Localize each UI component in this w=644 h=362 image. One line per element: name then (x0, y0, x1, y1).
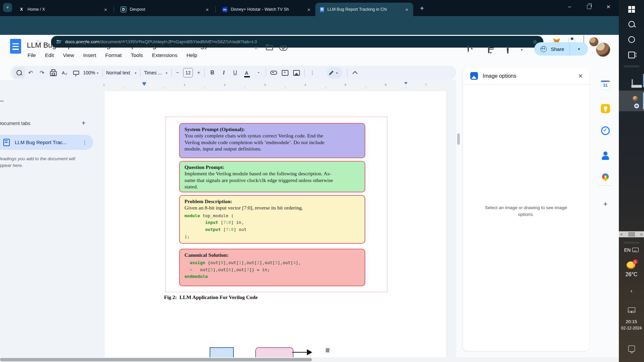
clock-time[interactable]: 20:15 (619, 319, 644, 324)
taskbar-chrome-button[interactable] (619, 90, 644, 111)
next-figure-arrow-line (292, 352, 308, 353)
undo-icon[interactable]: ↶ (25, 67, 36, 78)
language-indicator[interactable]: EN (619, 247, 644, 253)
image-options-icon (470, 72, 478, 80)
google-maps-icon[interactable] (602, 173, 609, 180)
add-document-tab-button[interactable]: + (82, 119, 86, 127)
star-document-icon[interactable]: ☆ (254, 44, 259, 51)
temperature-text[interactable]: 26°C (619, 272, 644, 278)
browser-tab-2[interactable]: Devpost× (116, 3, 214, 16)
account-avatar[interactable] (596, 43, 610, 57)
underline-button[interactable]: U (229, 67, 241, 78)
italic-button[interactable]: I (218, 67, 229, 78)
window-minimize-button[interactable]: – (562, 0, 577, 13)
highlight-color-button[interactable] (252, 67, 264, 78)
taskbar-app-button[interactable] (619, 71, 644, 90)
document-title[interactable]: LLM Bug Report Tracking in Chip Design: … (27, 41, 242, 50)
menu-insert[interactable]: Insert (83, 52, 96, 58)
taskbar-search-icon[interactable] (628, 21, 635, 27)
horizontal-scrollbar-thumb[interactable] (0, 358, 312, 361)
print-icon[interactable] (48, 67, 59, 78)
screen: ˅ Home / X×Devpost×Disney+ Hotstar - Wat… (0, 0, 644, 362)
share-dropdown-icon[interactable]: ▾ (570, 47, 588, 51)
add-comment-icon[interactable] (279, 67, 291, 78)
styles-select[interactable]: Normal text▾ (105, 67, 138, 78)
tab-close-icon[interactable]: × (306, 6, 312, 12)
mini-scroll-right-icon[interactable]: > (639, 232, 644, 236)
docs-favicon-icon (320, 7, 324, 12)
cloud-saved-icon[interactable] (279, 46, 287, 52)
google-docs-logo-icon[interactable] (10, 39, 21, 54)
weather-icon[interactable]: 1 (627, 261, 637, 269)
menu-file[interactable]: File (28, 52, 36, 58)
task-view-icon[interactable] (628, 52, 635, 58)
editing-mode-select[interactable]: ▾ (327, 67, 342, 78)
tab-close-icon[interactable]: × (404, 6, 410, 12)
taskbar-mini-scrollbar[interactable]: < > (619, 231, 644, 237)
increase-font-size-button[interactable]: + (195, 67, 202, 78)
document-vertical-scrollbar[interactable] (457, 133, 460, 145)
horizontal-scrollbar[interactable] (0, 357, 619, 362)
mode-dropdown-icon: ▾ (336, 71, 338, 75)
meet-dropdown-icon[interactable]: ▾ (521, 48, 523, 52)
browser-profile-avatar[interactable] (589, 37, 598, 46)
browser-tab-4[interactable]: LLM Bug Report Tracking in Chi× (315, 3, 413, 16)
font-select[interactable]: Times ...▾ (143, 67, 169, 78)
tab-close-icon[interactable]: × (103, 6, 109, 12)
window-restore-button[interactable] (581, 0, 597, 13)
get-addons-plus-icon[interactable]: + (603, 200, 608, 208)
spell-check-icon[interactable]: A✓ (59, 67, 70, 78)
cortana-icon[interactable] (628, 36, 635, 43)
zoom-select[interactable]: 100%▾ (82, 67, 100, 78)
version-history-icon[interactable] (468, 46, 469, 52)
notification-center-icon[interactable] (628, 346, 635, 352)
browser-addressbar: ← → ↻ docs.google.com/document/d/1XRIV6t… (0, 16, 619, 35)
start-button-icon[interactable] (628, 6, 635, 13)
meet-camera-icon[interactable] (507, 47, 508, 53)
left-indent-marker[interactable] (143, 82, 146, 86)
tab-title: Devpost (130, 7, 204, 12)
google-tasks-icon[interactable] (601, 126, 610, 135)
figure-2[interactable]: System Prompt (Optional): You only compl… (165, 117, 387, 292)
menu-view[interactable]: View (63, 52, 74, 58)
browser-tab-3[interactable]: Disney+ Hotstar - Watch TV Sh× (217, 3, 315, 16)
document-page[interactable]: System Prompt (Optional): You only compl… (104, 90, 447, 357)
paint-format-icon[interactable] (70, 67, 82, 78)
insert-image-icon[interactable] (291, 67, 302, 78)
redo-icon[interactable]: ↷ (36, 67, 48, 78)
new-tab-button[interactable]: + (418, 4, 426, 13)
mini-scroll-thumb[interactable] (628, 232, 635, 237)
font-size-input[interactable]: 12 (183, 68, 193, 77)
menu-extensions[interactable]: Extensions (152, 52, 177, 58)
clock-date[interactable]: 02-12-2024 (619, 326, 644, 330)
doc-tab-kebab-icon[interactable]: ⋮ (82, 139, 87, 145)
search-menus-icon[interactable] (13, 67, 25, 78)
menu-edit[interactable]: Edit (45, 52, 54, 58)
share-button[interactable]: Share ▾ (534, 42, 588, 56)
move-to-folder-icon[interactable] (266, 45, 273, 52)
mini-scroll-left-icon[interactable]: < (619, 232, 624, 236)
menu-format[interactable]: Format (105, 52, 122, 58)
decrease-font-size-button[interactable]: − (174, 67, 181, 78)
insert-link-icon[interactable] (268, 67, 279, 78)
google-keep-icon[interactable] (601, 104, 610, 113)
right-indent-marker[interactable] (404, 82, 408, 84)
menu-tools[interactable]: Tools (131, 52, 143, 58)
google-contacts-icon[interactable] (603, 154, 607, 156)
tab-close-icon[interactable]: × (204, 6, 210, 12)
document-tab-item[interactable]: LLM Bug Report Trac... ⋮ (0, 135, 93, 150)
chrome-profile-overlay-avatar (633, 96, 638, 102)
menu-help[interactable]: Help (186, 52, 197, 58)
close-panel-icon[interactable]: × (578, 72, 583, 80)
browser-tab-1[interactable]: Home / X× (14, 3, 112, 16)
show-hidden-icons-chevron[interactable]: ‹ (619, 288, 644, 294)
bold-button[interactable]: B (207, 67, 218, 78)
window-menu-chevron-icon[interactable]: ˅ (3, 3, 12, 12)
touch-keyboard-icon[interactable] (628, 307, 635, 313)
hide-menus-chevron-icon[interactable] (350, 67, 361, 78)
toolbar-more-kebab-icon[interactable]: ⋮ (307, 67, 318, 78)
window-close-button[interactable]: × (601, 0, 616, 13)
text-color-button[interactable]: A (241, 67, 252, 78)
comments-icon[interactable] (488, 47, 489, 53)
google-calendar-icon[interactable]: 31 (601, 80, 610, 90)
